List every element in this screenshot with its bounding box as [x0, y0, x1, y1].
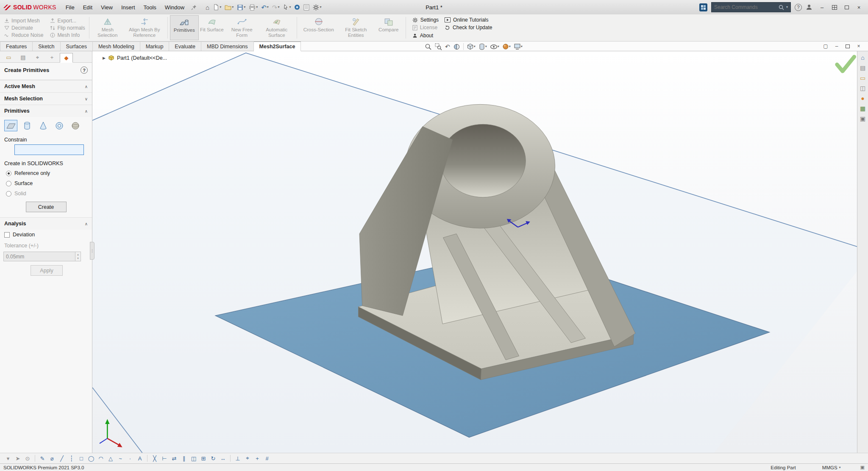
- select-button[interactable]: ▾: [281, 3, 292, 11]
- mesh2surface-tab[interactable]: ◆: [60, 53, 73, 63]
- align-mesh-button[interactable]: Align Mesh By Reference: [124, 15, 165, 40]
- license-link[interactable]: License: [412, 24, 439, 31]
- rebuild-button[interactable]: [293, 3, 301, 11]
- close-window-icon[interactable]: ×: [853, 3, 865, 12]
- help-icon[interactable]: ?: [795, 4, 802, 11]
- search-icon[interactable]: [779, 5, 784, 10]
- property-manager-tab[interactable]: ▤: [17, 53, 30, 62]
- tree-root-label[interactable]: Part1 (Default<<De...: [117, 55, 167, 61]
- chevron-up-icon[interactable]: ∧: [85, 84, 88, 89]
- graphics-area[interactable]: ▶ Part1 (Default<<De...: [92, 51, 857, 453]
- menu-view[interactable]: View: [97, 3, 117, 12]
- arc-icon[interactable]: ◠: [96, 454, 106, 463]
- feature-tree-root[interactable]: ▶ Part1 (Default<<De...: [103, 55, 167, 61]
- line-icon[interactable]: ╱: [57, 454, 67, 463]
- close-document-icon[interactable]: ×: [854, 42, 863, 50]
- tolerance-spinner[interactable]: ▲▼: [75, 252, 81, 261]
- export-button[interactable]: Export...: [50, 18, 85, 24]
- tree-expand-icon[interactable]: ▶: [103, 56, 106, 60]
- file-explorer-icon[interactable]: ▭: [860, 75, 865, 81]
- tolerance-input[interactable]: [3, 252, 75, 261]
- deviation-checkbox[interactable]: [4, 232, 10, 238]
- primitive-sphere-button[interactable]: [69, 120, 82, 131]
- mirror-entities-icon[interactable]: ◫: [189, 454, 198, 463]
- edit-appearance-icon[interactable]: ▾: [501, 42, 512, 51]
- apply-scene-icon[interactable]: ▾: [513, 42, 523, 51]
- move-entities-icon[interactable]: ↔: [218, 454, 228, 463]
- fit-surface-button[interactable]: Fit Surface: [199, 15, 225, 40]
- point-icon[interactable]: ∙: [125, 454, 135, 463]
- dim-xpert-tab[interactable]: +: [45, 53, 58, 62]
- undo-button[interactable]: ↶▾: [260, 3, 270, 11]
- menu-insert[interactable]: Insert: [117, 3, 139, 12]
- maximize-window-icon[interactable]: [841, 3, 852, 12]
- appearances-icon[interactable]: ●: [861, 95, 864, 101]
- new-window-icon[interactable]: ▢: [821, 42, 830, 50]
- view-palette-icon[interactable]: ◫: [860, 85, 865, 91]
- flip-normals-button[interactable]: Flip normals: [50, 25, 85, 31]
- add-relation-icon[interactable]: ⊥: [233, 454, 242, 463]
- app-badge-icon[interactable]: [699, 3, 707, 11]
- select-icon[interactable]: ➤: [13, 454, 22, 463]
- convert-entities-icon[interactable]: ⇄: [170, 454, 179, 463]
- menu-edit[interactable]: Edit: [79, 3, 97, 12]
- mesh-info-button[interactable]: Mesh Info: [50, 32, 85, 38]
- offset-entities-icon[interactable]: ∥: [179, 454, 189, 463]
- rectangle-icon[interactable]: □: [77, 454, 86, 463]
- tab-markup[interactable]: Markup: [140, 42, 170, 51]
- menu-file[interactable]: File: [61, 3, 79, 12]
- 3d-scene[interactable]: [92, 51, 857, 453]
- circular-pattern-icon[interactable]: ↻: [209, 454, 218, 463]
- new-free-form-button[interactable]: New Free Form: [225, 15, 259, 40]
- spin-up-icon[interactable]: ▲: [75, 253, 81, 256]
- solidworks-resources-icon[interactable]: ▣: [860, 116, 865, 122]
- pin-menu-icon[interactable]: [191, 5, 197, 10]
- constrain-input[interactable]: [14, 144, 84, 155]
- spline-icon[interactable]: ~: [116, 454, 125, 463]
- restore-document-icon[interactable]: [843, 42, 852, 50]
- display-relations-icon[interactable]: ⌖: [243, 454, 252, 463]
- primitive-cylinder-button[interactable]: [20, 120, 33, 131]
- fit-sketch-entities-button[interactable]: Fit Sketch Entities: [338, 15, 374, 40]
- window-layout-icon[interactable]: [829, 3, 840, 12]
- save-button[interactable]: ▾: [236, 3, 247, 11]
- view-orientation-icon[interactable]: ▾: [466, 42, 476, 51]
- primitives-section[interactable]: Primitives ∧: [0, 105, 92, 117]
- about-link[interactable]: About: [412, 32, 439, 39]
- active-mesh-section[interactable]: Active Mesh ∧: [0, 80, 92, 92]
- search-input[interactable]: [714, 4, 776, 10]
- zoom-to-area-icon[interactable]: [434, 42, 443, 51]
- home-icon[interactable]: ⌂: [861, 55, 864, 61]
- statusbar-panel-toggle-icon[interactable]: ▣: [860, 465, 865, 470]
- text-icon[interactable]: A: [135, 454, 145, 463]
- minimize-window-icon[interactable]: –: [816, 3, 828, 12]
- account-icon[interactable]: [806, 4, 812, 11]
- tab-mbd-dimensions[interactable]: MBD Dimensions: [201, 42, 254, 51]
- primitives-button[interactable]: Primitives: [170, 15, 199, 40]
- search-caret-icon[interactable]: ▾: [786, 6, 788, 9]
- menu-tools[interactable]: Tools: [139, 3, 161, 12]
- tab-surfaces[interactable]: Surfaces: [61, 42, 93, 51]
- mesh-selection-button[interactable]: Mesh Selection: [92, 15, 124, 40]
- extend-entities-icon[interactable]: ⊢: [160, 454, 169, 463]
- primitive-torus-button[interactable]: [53, 120, 66, 131]
- deviation-checkbox-row[interactable]: Deviation: [0, 230, 92, 240]
- panel-splitter-handle[interactable]: ⋮: [90, 242, 95, 260]
- repair-sketch-icon[interactable]: +: [253, 454, 262, 463]
- magnified-selection-icon[interactable]: ⊙: [23, 454, 32, 463]
- settings-link[interactable]: Settings: [412, 16, 439, 24]
- selection-filter-icon[interactable]: ▾: [3, 454, 13, 463]
- create-button[interactable]: Create: [26, 202, 67, 212]
- radio-icon[interactable]: [6, 171, 11, 176]
- polygon-icon[interactable]: △: [106, 454, 115, 463]
- panel-help-icon[interactable]: ?: [81, 66, 88, 74]
- check-for-update-link[interactable]: Check for Update: [445, 24, 492, 31]
- tab-sketch[interactable]: Sketch: [33, 42, 60, 51]
- smart-dimension-icon[interactable]: ⌀: [47, 454, 57, 463]
- reduce-noise-button[interactable]: Reduce Noise: [4, 32, 43, 38]
- decimate-button[interactable]: Decimate: [4, 25, 43, 31]
- zoom-to-fit-icon[interactable]: [424, 42, 433, 51]
- display-style-icon[interactable]: ▾: [478, 42, 488, 51]
- online-tutorials-link[interactable]: Online Tutorials: [445, 16, 492, 24]
- tab-evaluate[interactable]: Evaluate: [169, 42, 201, 51]
